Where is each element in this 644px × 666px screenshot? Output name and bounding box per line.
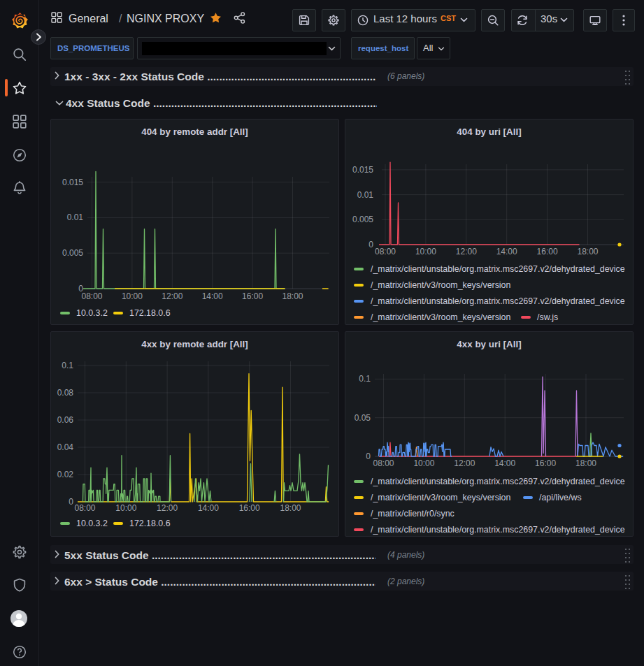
svg-text:10:00: 10:00 — [122, 291, 143, 301]
svg-text:0.1: 0.1 — [62, 361, 73, 370]
svg-text:08:00: 08:00 — [81, 291, 102, 301]
svg-text:08:00: 08:00 — [74, 503, 95, 513]
svg-text:0.005: 0.005 — [62, 248, 83, 258]
svg-text:0: 0 — [366, 451, 371, 461]
svg-text:/api/live/ws: /api/live/ws — [539, 493, 582, 502]
svg-text:18:00: 18:00 — [280, 503, 301, 513]
svg-text:08:00: 08:00 — [373, 458, 394, 468]
svg-text:10:00: 10:00 — [413, 458, 434, 468]
svg-text:/_matrix/client/unstable/org.m: /_matrix/client/unstable/org.matrix.msc2… — [371, 296, 625, 306]
svg-text:/_matrix/client/v3/room_keys/v: /_matrix/client/v3/room_keys/version — [371, 280, 510, 290]
svg-text:/sw.js: /sw.js — [537, 312, 558, 322]
svg-text:14:00: 14:00 — [202, 291, 223, 301]
svg-text:08:00: 08:00 — [375, 247, 396, 256]
svg-text:10.0.3.2: 10.0.3.2 — [76, 519, 108, 528]
svg-text:/_matrix/client/v3/room_keys/v: /_matrix/client/v3/room_keys/version — [371, 312, 510, 322]
svg-text:14:00: 14:00 — [496, 247, 517, 256]
svg-text:10:00: 10:00 — [415, 247, 436, 256]
svg-text:172.18.0.6: 172.18.0.6 — [129, 519, 171, 528]
svg-text:0.06: 0.06 — [57, 415, 74, 425]
svg-text:16:00: 16:00 — [239, 503, 260, 513]
svg-text:0: 0 — [69, 497, 73, 507]
svg-text:0.015: 0.015 — [62, 178, 83, 187]
svg-text:0.02: 0.02 — [57, 470, 74, 479]
svg-text:0.005: 0.005 — [352, 215, 373, 224]
svg-text:0.015: 0.015 — [352, 165, 373, 175]
svg-text:14:00: 14:00 — [494, 458, 515, 468]
svg-text:12:00: 12:00 — [162, 291, 183, 301]
svg-text:10:00: 10:00 — [115, 503, 136, 513]
svg-text:0: 0 — [368, 240, 373, 249]
svg-text:0.1: 0.1 — [359, 374, 371, 384]
svg-text:12:00: 12:00 — [157, 503, 178, 513]
svg-text:0.01: 0.01 — [357, 190, 374, 200]
svg-text:16:00: 16:00 — [537, 247, 558, 256]
svg-text:/_matrix/client/unstable/org.m: /_matrix/client/unstable/org.matrix.msc2… — [371, 525, 625, 535]
svg-text:/_matrix/client/r0/sync: /_matrix/client/r0/sync — [371, 509, 455, 519]
svg-text:/_matrix/client/unstable/org.m: /_matrix/client/unstable/org.matrix.msc2… — [371, 264, 625, 274]
svg-text:16:00: 16:00 — [535, 458, 556, 468]
svg-text:0.04: 0.04 — [57, 442, 74, 452]
svg-text:14:00: 14:00 — [198, 503, 219, 513]
svg-text:/_matrix/client/v3/room_keys/v: /_matrix/client/v3/room_keys/version — [371, 493, 510, 502]
svg-text:0.01: 0.01 — [67, 212, 84, 222]
svg-text:0.05: 0.05 — [355, 413, 371, 423]
svg-text:/_matrix/client/unstable/org.m: /_matrix/client/unstable/org.matrix.msc2… — [371, 477, 625, 486]
svg-text:12:00: 12:00 — [454, 458, 475, 468]
svg-text:18:00: 18:00 — [577, 247, 598, 256]
svg-text:172.18.0.6: 172.18.0.6 — [129, 308, 171, 318]
svg-text:18:00: 18:00 — [575, 458, 596, 468]
svg-text:10.0.3.2: 10.0.3.2 — [76, 308, 108, 318]
svg-text:18:00: 18:00 — [282, 291, 303, 301]
svg-text:12:00: 12:00 — [456, 247, 477, 256]
svg-text:0.08: 0.08 — [57, 388, 74, 398]
svg-text:16:00: 16:00 — [242, 291, 263, 301]
